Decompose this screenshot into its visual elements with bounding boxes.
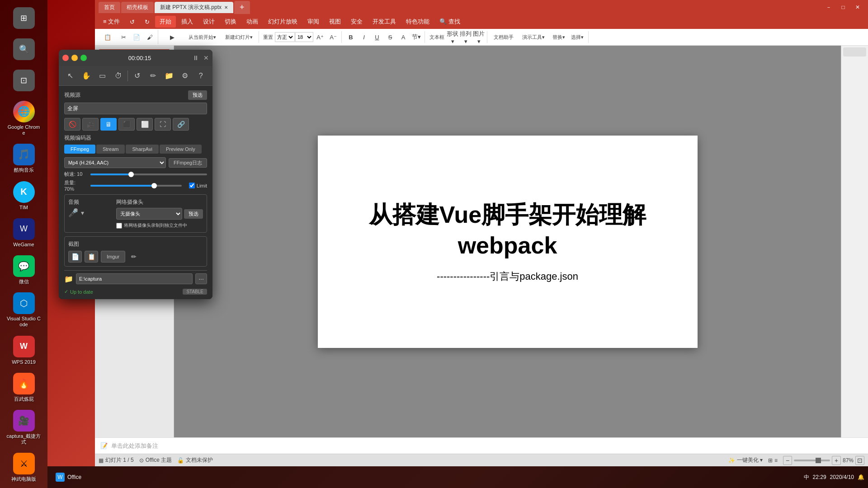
underline-btn[interactable]: U xyxy=(371,31,383,43)
quality-slider[interactable] xyxy=(90,185,182,187)
captura-hand-tool[interactable]: ✋ xyxy=(80,69,93,83)
captura-max-btn[interactable] xyxy=(80,55,87,61)
menu-design[interactable]: 设计 xyxy=(198,16,219,28)
tab-document[interactable]: 新建 PPTX 演示文稿.pptx ✕ xyxy=(155,2,233,13)
captura-pencil-tool[interactable]: ✏ xyxy=(146,69,160,83)
tab-home[interactable]: 首页 xyxy=(99,2,120,13)
strikethrough-btn[interactable]: S xyxy=(384,31,396,43)
beautify-item[interactable]: ✨ 一键美化 ▾ xyxy=(728,456,763,464)
menu-security[interactable]: 安全 xyxy=(346,16,367,28)
webcam-separate-checkbox[interactable] xyxy=(116,223,122,229)
menu-view[interactable]: 视图 xyxy=(325,16,345,28)
menu-devtools[interactable]: 开发工具 xyxy=(368,16,401,28)
ffmpeg-log-btn[interactable]: FFmpeg日志 xyxy=(169,158,207,168)
notes-area[interactable]: 📝 单击此处添加备注 xyxy=(95,437,868,454)
captura-pause-btn[interactable]: ⏸ xyxy=(193,54,199,61)
normal-view-icon[interactable]: ⊞ xyxy=(768,457,773,464)
codec-stream-tab[interactable]: Stream xyxy=(96,145,125,154)
codec-sharpavi-tab[interactable]: SharpAvi xyxy=(126,145,158,154)
source-window-icon[interactable]: ⬛ xyxy=(118,118,135,131)
source-fullscreen-icon[interactable]: ⛶ xyxy=(155,118,171,131)
format-painter-btn[interactable]: 🖌 xyxy=(143,31,156,43)
screenshot-clipboard-icon[interactable]: 📋 xyxy=(85,251,98,263)
font-size-up-btn[interactable]: A⁺ xyxy=(314,31,326,43)
captura-folder-tool[interactable]: 📁 xyxy=(162,69,176,83)
menu-redo[interactable]: ↻ xyxy=(140,17,154,27)
desktop-icon-captura[interactable]: 🎥 captura_截捷方式 xyxy=(5,407,43,448)
taskbar-office-btn[interactable]: W Office xyxy=(51,469,86,485)
font-reset-btn[interactable]: 重置 xyxy=(262,34,274,41)
select-btn[interactable]: 选择▾ xyxy=(568,31,586,43)
paste-btn[interactable]: 📋 xyxy=(99,30,117,44)
font-size-down-btn[interactable]: A⁻ xyxy=(327,31,340,43)
menu-special[interactable]: 特色功能 xyxy=(401,16,434,28)
canvas-area[interactable]: 从搭建Vue脚手架开始理解webpack ----------------引言与… xyxy=(174,46,841,437)
window-close-btn[interactable]: ✕ xyxy=(851,2,864,12)
slide-subtitle[interactable]: ----------------引言与package.json xyxy=(437,270,578,283)
play-btn[interactable]: ▶ xyxy=(161,31,184,43)
source-webcam-icon[interactable]: 🎥 xyxy=(82,118,99,131)
video-preset-btn[interactable]: 预选 xyxy=(188,90,207,100)
menu-start[interactable]: 开始 xyxy=(155,16,176,28)
menu-switch[interactable]: 切换 xyxy=(220,16,241,28)
zoom-out-btn[interactable]: − xyxy=(783,456,792,465)
source-screen-icon[interactable]: 🖥 xyxy=(100,118,117,131)
webcam-preset-btn[interactable]: 预选 xyxy=(184,209,203,219)
menu-insert[interactable]: 插入 xyxy=(177,16,198,28)
audio-dropdown-icon[interactable]: ▾ xyxy=(81,209,84,216)
captura-close-btn[interactable] xyxy=(62,55,69,61)
webcam-select[interactable]: 无摄像头 xyxy=(116,208,182,220)
textbox-btn[interactable]: 文本框 xyxy=(428,31,446,43)
source-link-icon[interactable]: 🔗 xyxy=(173,118,189,131)
zoom-in-btn[interactable]: + xyxy=(832,456,841,465)
desktop-icon-grid[interactable]: ⊞ xyxy=(5,5,43,33)
source-off-icon[interactable]: 🚫 xyxy=(64,118,80,131)
slide-title[interactable]: 从搭建Vue脚手架开始理解webpack xyxy=(318,200,698,261)
new-slide-btn[interactable]: 新建幻灯片▾ xyxy=(221,31,257,43)
bitrate-slider[interactable] xyxy=(90,174,207,175)
output-more-btn[interactable]: ··· xyxy=(195,273,207,284)
desktop-icon-search[interactable]: 🔍 xyxy=(5,36,43,65)
tab-close-icon[interactable]: ✕ xyxy=(224,5,228,10)
screenshot-file-icon[interactable]: 📄 xyxy=(68,251,82,263)
limit-checkbox[interactable] xyxy=(189,183,195,188)
captura-min-btn[interactable] xyxy=(71,55,78,61)
outline-view-icon[interactable]: ≡ xyxy=(774,457,778,464)
italic-btn[interactable]: I xyxy=(358,31,370,43)
screenshot-edit-btn[interactable]: ✏ xyxy=(128,251,140,263)
tab-template[interactable]: 稻壳模板 xyxy=(121,2,154,13)
bold-btn[interactable]: B xyxy=(344,31,357,43)
captura-settings-tool[interactable]: ⚙ xyxy=(178,69,192,83)
present-tool-btn[interactable]: 演示工具▾ xyxy=(518,31,549,43)
fit-btn[interactable]: ⊡ xyxy=(855,456,864,465)
docassist-btn[interactable]: 文档助手 xyxy=(490,31,517,43)
cut-btn[interactable]: ✂ xyxy=(117,31,130,43)
tab-new[interactable]: + xyxy=(234,1,250,14)
notification-icon[interactable]: 🔔 xyxy=(858,474,864,480)
arrange-btn[interactable]: 排列▾ xyxy=(459,31,472,43)
menu-undo[interactable]: ↺ xyxy=(125,17,139,27)
video-source-input[interactable] xyxy=(64,103,207,114)
menu-slideshow[interactable]: 幻灯片放映 xyxy=(264,16,302,28)
menu-animation[interactable]: 动画 xyxy=(242,16,263,28)
lang-indicator[interactable]: 中 xyxy=(804,474,809,481)
desktop-icon-wps[interactable]: W WPS 2019 xyxy=(5,333,43,368)
menu-file[interactable]: ≡ 文件 xyxy=(99,16,124,28)
source-region-icon[interactable]: ⬜ xyxy=(137,118,153,131)
captura-rect-tool[interactable]: ▭ xyxy=(95,69,109,83)
jie-btn[interactable]: 节▾ xyxy=(410,31,423,43)
desktop-icon-shenwu[interactable]: ⚔ 神武电脑版 xyxy=(5,450,43,485)
from-current-btn[interactable]: 从当前开始▾ xyxy=(184,31,220,43)
desktop-icon-chrome[interactable]: 🌐 Google Chrome xyxy=(5,98,43,139)
image-btn[interactable]: 图片▾ xyxy=(472,31,485,43)
desktop-icon-wechat[interactable]: 💬 微信 xyxy=(5,253,43,287)
window-maximize-btn[interactable]: □ xyxy=(836,2,850,12)
font-family-select[interactable]: 方正 xyxy=(275,32,295,42)
codec-ffmpeg-tab[interactable]: FFmpeg xyxy=(64,145,95,154)
copy-btn[interactable]: 📄 xyxy=(130,31,143,43)
shape-btn[interactable]: 形状▾ xyxy=(446,31,459,43)
font-color-btn[interactable]: A xyxy=(397,31,410,43)
codec-preview-tab[interactable]: Preview Only xyxy=(160,145,202,154)
menu-find[interactable]: 🔍 查找 xyxy=(435,16,465,28)
menu-review[interactable]: 审阅 xyxy=(303,16,324,28)
